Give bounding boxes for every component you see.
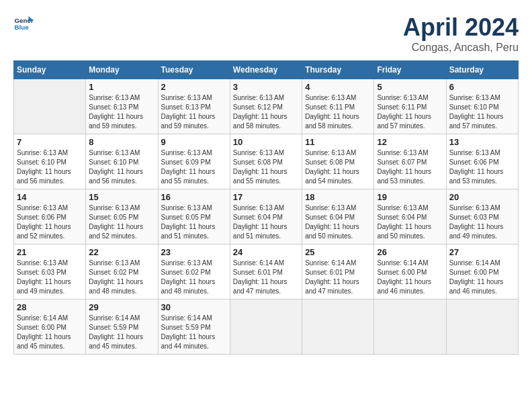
calendar-day: 19Sunrise: 6:13 AMSunset: 6:04 PMDayligh… <box>374 189 446 244</box>
day-number: 3 <box>233 82 299 92</box>
day-number: 15 <box>89 192 154 202</box>
calendar-header-row: SundayMondayTuesdayWednesdayThursdayFrid… <box>14 61 519 79</box>
calendar-day: 13Sunrise: 6:13 AMSunset: 6:06 PMDayligh… <box>446 134 518 189</box>
day-number: 23 <box>161 247 227 257</box>
day-number: 5 <box>377 82 443 92</box>
calendar-day: 17Sunrise: 6:13 AMSunset: 6:04 PMDayligh… <box>230 189 302 244</box>
calendar-day: 30Sunrise: 6:14 AMSunset: 5:59 PMDayligh… <box>158 300 230 355</box>
day-header-saturday: Saturday <box>446 61 518 79</box>
day-info: Sunrise: 6:13 AMSunset: 6:10 PMDaylight:… <box>449 93 515 131</box>
calendar-day: 5Sunrise: 6:13 AMSunset: 6:11 PMDaylight… <box>374 79 446 134</box>
day-number: 18 <box>305 192 371 202</box>
calendar-title: April 2024 <box>403 13 519 42</box>
day-number: 20 <box>449 192 515 202</box>
calendar-day: 24Sunrise: 6:14 AMSunset: 6:01 PMDayligh… <box>230 244 302 300</box>
day-header-friday: Friday <box>374 61 446 79</box>
logo-icon: General Blue <box>13 13 34 34</box>
calendar-day: 27Sunrise: 6:14 AMSunset: 6:00 PMDayligh… <box>446 244 518 300</box>
day-info: Sunrise: 6:13 AMSunset: 6:10 PMDaylight:… <box>17 148 83 186</box>
day-info: Sunrise: 6:13 AMSunset: 6:10 PMDaylight:… <box>89 148 154 186</box>
calendar-table: SundayMondayTuesdayWednesdayThursdayFrid… <box>13 60 519 355</box>
calendar-day: 3Sunrise: 6:13 AMSunset: 6:12 PMDaylight… <box>230 79 302 134</box>
calendar-day <box>446 300 518 355</box>
calendar-day <box>230 300 302 355</box>
day-number: 16 <box>161 192 227 202</box>
calendar-day: 15Sunrise: 6:13 AMSunset: 6:05 PMDayligh… <box>86 189 158 244</box>
calendar-day: 21Sunrise: 6:13 AMSunset: 6:03 PMDayligh… <box>14 244 86 300</box>
calendar-day: 4Sunrise: 6:13 AMSunset: 6:11 PMDaylight… <box>302 79 374 134</box>
day-number: 8 <box>89 137 154 147</box>
day-info: Sunrise: 6:14 AMSunset: 6:00 PMDaylight:… <box>377 259 443 296</box>
day-info: Sunrise: 6:13 AMSunset: 6:03 PMDaylight:… <box>449 203 515 241</box>
day-info: Sunrise: 6:13 AMSunset: 6:11 PMDaylight:… <box>377 93 443 131</box>
day-info: Sunrise: 6:13 AMSunset: 6:04 PMDaylight:… <box>305 203 371 241</box>
day-number: 7 <box>17 137 83 147</box>
calendar-day: 23Sunrise: 6:13 AMSunset: 6:02 PMDayligh… <box>158 244 230 300</box>
calendar-day: 28Sunrise: 6:14 AMSunset: 6:00 PMDayligh… <box>14 300 86 355</box>
day-info: Sunrise: 6:13 AMSunset: 6:06 PMDaylight:… <box>17 203 83 241</box>
day-info: Sunrise: 6:14 AMSunset: 6:01 PMDaylight:… <box>305 259 371 296</box>
page-header: General Blue April 2024 Congas, Ancash, … <box>13 13 519 54</box>
day-number: 25 <box>305 247 371 257</box>
day-header-tuesday: Tuesday <box>158 61 230 79</box>
calendar-day: 20Sunrise: 6:13 AMSunset: 6:03 PMDayligh… <box>446 189 518 244</box>
day-number: 29 <box>89 302 154 312</box>
day-number: 17 <box>233 192 299 202</box>
calendar-day: 7Sunrise: 6:13 AMSunset: 6:10 PMDaylight… <box>14 134 86 189</box>
day-info: Sunrise: 6:13 AMSunset: 6:02 PMDaylight:… <box>89 259 154 296</box>
day-info: Sunrise: 6:14 AMSunset: 5:59 PMDaylight:… <box>161 314 227 351</box>
day-number: 24 <box>233 247 299 257</box>
day-info: Sunrise: 6:13 AMSunset: 6:05 PMDaylight:… <box>161 203 227 241</box>
calendar-day: 22Sunrise: 6:13 AMSunset: 6:02 PMDayligh… <box>86 244 158 300</box>
day-info: Sunrise: 6:13 AMSunset: 6:11 PMDaylight:… <box>305 93 371 131</box>
day-info: Sunrise: 6:13 AMSunset: 6:06 PMDaylight:… <box>449 148 515 186</box>
calendar-week-2: 7Sunrise: 6:13 AMSunset: 6:10 PMDaylight… <box>14 134 519 189</box>
day-header-sunday: Sunday <box>14 61 86 79</box>
day-number: 26 <box>377 247 443 257</box>
calendar-day: 6Sunrise: 6:13 AMSunset: 6:10 PMDaylight… <box>446 79 518 134</box>
day-number: 27 <box>449 247 515 257</box>
calendar-day: 10Sunrise: 6:13 AMSunset: 6:08 PMDayligh… <box>230 134 302 189</box>
day-number: 30 <box>161 302 227 312</box>
day-info: Sunrise: 6:13 AMSunset: 6:05 PMDaylight:… <box>89 203 154 241</box>
day-number: 10 <box>233 137 299 147</box>
logo: General Blue <box>13 13 34 34</box>
day-number: 22 <box>89 247 154 257</box>
day-number: 13 <box>449 137 515 147</box>
day-header-thursday: Thursday <box>302 61 374 79</box>
day-number: 21 <box>17 247 83 257</box>
calendar-day: 25Sunrise: 6:14 AMSunset: 6:01 PMDayligh… <box>302 244 374 300</box>
calendar-day: 1Sunrise: 6:13 AMSunset: 6:13 PMDaylight… <box>86 79 158 134</box>
day-number: 14 <box>17 192 83 202</box>
day-number: 11 <box>305 137 371 147</box>
calendar-day <box>14 79 86 134</box>
day-number: 1 <box>89 82 154 92</box>
day-info: Sunrise: 6:13 AMSunset: 6:04 PMDaylight:… <box>233 203 299 241</box>
day-info: Sunrise: 6:14 AMSunset: 6:01 PMDaylight:… <box>233 259 299 296</box>
svg-text:Blue: Blue <box>15 24 30 31</box>
calendar-day: 12Sunrise: 6:13 AMSunset: 6:07 PMDayligh… <box>374 134 446 189</box>
day-number: 12 <box>377 137 443 147</box>
calendar-week-4: 21Sunrise: 6:13 AMSunset: 6:03 PMDayligh… <box>14 244 519 300</box>
calendar-day <box>374 300 446 355</box>
day-info: Sunrise: 6:13 AMSunset: 6:03 PMDaylight:… <box>17 259 83 296</box>
calendar-week-3: 14Sunrise: 6:13 AMSunset: 6:06 PMDayligh… <box>14 189 519 244</box>
day-number: 9 <box>161 137 227 147</box>
day-number: 28 <box>17 302 83 312</box>
day-header-monday: Monday <box>86 61 158 79</box>
day-info: Sunrise: 6:13 AMSunset: 6:08 PMDaylight:… <box>305 148 371 186</box>
calendar-week-5: 28Sunrise: 6:14 AMSunset: 6:00 PMDayligh… <box>14 300 519 355</box>
calendar-day: 9Sunrise: 6:13 AMSunset: 6:09 PMDaylight… <box>158 134 230 189</box>
day-info: Sunrise: 6:13 AMSunset: 6:13 PMDaylight:… <box>161 93 227 131</box>
calendar-day <box>302 300 374 355</box>
day-info: Sunrise: 6:13 AMSunset: 6:04 PMDaylight:… <box>377 203 443 241</box>
day-info: Sunrise: 6:13 AMSunset: 6:07 PMDaylight:… <box>377 148 443 186</box>
calendar-day: 16Sunrise: 6:13 AMSunset: 6:05 PMDayligh… <box>158 189 230 244</box>
calendar-day: 2Sunrise: 6:13 AMSunset: 6:13 PMDaylight… <box>158 79 230 134</box>
day-info: Sunrise: 6:13 AMSunset: 6:09 PMDaylight:… <box>161 148 227 186</box>
day-info: Sunrise: 6:13 AMSunset: 6:13 PMDaylight:… <box>89 93 154 131</box>
day-info: Sunrise: 6:13 AMSunset: 6:08 PMDaylight:… <box>233 148 299 186</box>
day-number: 2 <box>161 82 227 92</box>
day-info: Sunrise: 6:13 AMSunset: 6:12 PMDaylight:… <box>233 93 299 131</box>
day-number: 4 <box>305 82 371 92</box>
